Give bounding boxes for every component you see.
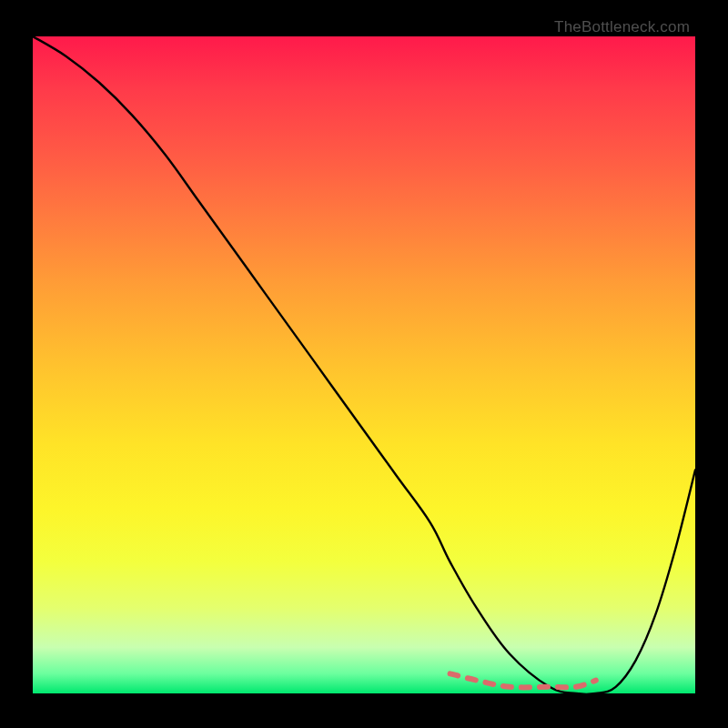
plot-area xyxy=(33,36,695,693)
bottleneck-curve xyxy=(33,36,695,693)
chart-frame: TheBottleneck.com xyxy=(33,18,695,693)
watermark-text: TheBottleneck.com xyxy=(554,18,690,36)
optimal-band xyxy=(450,673,596,687)
chart-svg xyxy=(33,36,695,693)
